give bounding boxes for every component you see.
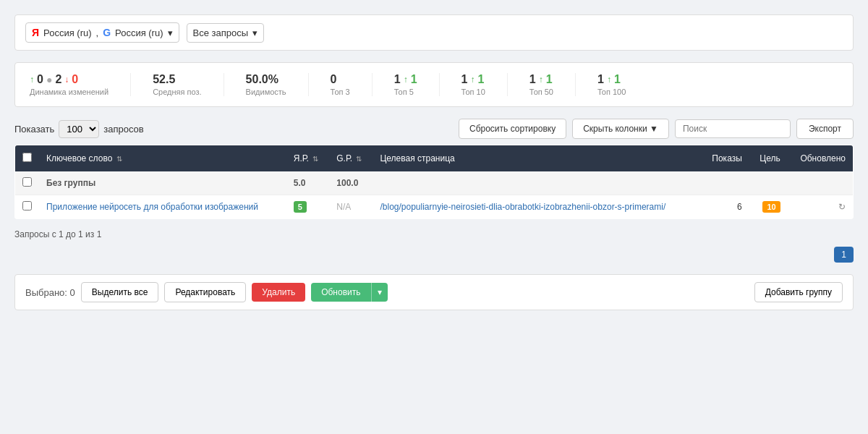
top50-count: 1 bbox=[546, 73, 553, 86]
top10-label: Топ 10 bbox=[461, 88, 485, 96]
avg-pos-value: 52.5 bbox=[153, 73, 175, 86]
divider2 bbox=[224, 73, 224, 96]
target-page-link[interactable]: /blog/populiarnyie-neirosieti-dlia-obrab… bbox=[380, 202, 665, 212]
dot-icon: ● bbox=[46, 74, 52, 85]
group-shows bbox=[701, 171, 749, 195]
header-gr[interactable]: G.Р. ⇅ bbox=[329, 145, 373, 172]
toolbar-right: Сбросить сортировку Скрыть колонки ▼ Экс… bbox=[459, 119, 854, 139]
action-bar-left: Выбрано: 0 Выделить все Редактировать Уд… bbox=[25, 282, 388, 302]
top50-arrow-icon: ↑ bbox=[539, 75, 543, 85]
top100-val: 1 bbox=[597, 73, 604, 86]
stat-top5: 1 ↑ 1 Топ 5 bbox=[394, 73, 417, 96]
header-checkbox-cell[interactable] bbox=[15, 145, 40, 172]
region-google-label: Россия (ru) bbox=[115, 27, 163, 38]
table-row: Без группы 5.0 100.0 bbox=[15, 171, 854, 195]
update-btn-group: Обновить ▾ bbox=[311, 283, 387, 302]
divider6 bbox=[507, 73, 508, 96]
delete-button[interactable]: Удалить bbox=[252, 283, 305, 302]
select-all-checkbox[interactable] bbox=[22, 153, 32, 162]
google-icon: G bbox=[103, 27, 111, 38]
chevron-down-icon2: ▾ bbox=[252, 27, 258, 38]
divider1 bbox=[130, 73, 131, 96]
row-shows: 6 bbox=[701, 195, 749, 219]
row-yr: 5 bbox=[286, 195, 329, 219]
keywords-table: Ключевое слово ⇅ Я.Р. ⇅ G.Р. ⇅ Целевая с… bbox=[14, 145, 854, 219]
stat-top3: 0 Топ 3 bbox=[331, 73, 350, 96]
update-caret-button[interactable]: ▾ bbox=[371, 283, 388, 302]
sort-yr-icon: ⇅ bbox=[312, 155, 318, 163]
top3-label: Топ 3 bbox=[331, 88, 350, 96]
up-arrow-icon: ↑ bbox=[30, 75, 34, 85]
select-all-button[interactable]: Выделить все bbox=[81, 282, 159, 302]
top10-arrow-icon: ↑ bbox=[470, 75, 475, 85]
stat-top100: 1 ↑ 1 Топ 100 bbox=[597, 73, 626, 96]
divider3 bbox=[308, 73, 309, 96]
row-updated[interactable]: ↻ bbox=[788, 195, 854, 219]
goal-badge: 10 bbox=[762, 201, 780, 213]
top5-label: Топ 5 bbox=[394, 88, 414, 96]
top50-val: 1 bbox=[529, 73, 536, 86]
avg-pos-label: Средняя поз. bbox=[153, 88, 201, 96]
header-target-page: Целевая страница bbox=[373, 145, 700, 172]
action-bar: Выбрано: 0 Выделить все Редактировать Уд… bbox=[14, 274, 854, 310]
group-target bbox=[373, 171, 700, 195]
visibility-label: Видимость bbox=[246, 88, 286, 96]
top5-count: 1 bbox=[411, 73, 417, 86]
stat-top10: 1 ↑ 1 Топ 10 bbox=[461, 73, 485, 96]
top100-arrow-icon: ↑ bbox=[607, 75, 611, 85]
page-1-button[interactable]: 1 bbox=[834, 247, 854, 263]
group-updated bbox=[788, 171, 854, 195]
count-select[interactable]: 100 50 25 bbox=[59, 120, 99, 138]
sort-keyword-icon: ⇅ bbox=[116, 155, 122, 163]
top3-value: 0 bbox=[331, 73, 337, 86]
edit-button[interactable]: Редактировать bbox=[164, 282, 246, 302]
group-gr: 100.0 bbox=[329, 171, 373, 195]
toolbar-row: Показать 100 50 25 запросов Сбросить сор… bbox=[14, 119, 854, 139]
keyword-link[interactable]: Приложение нейросеть для обработки изобр… bbox=[46, 202, 258, 212]
top10-count: 1 bbox=[477, 73, 484, 86]
show-count-control: Показать 100 50 25 запросов bbox=[14, 120, 144, 138]
add-group-button[interactable]: Добавить группу bbox=[754, 282, 843, 302]
dynamics-down-value: 0 bbox=[72, 73, 78, 86]
hide-cols-button[interactable]: Скрыть колонки ▼ bbox=[572, 119, 669, 139]
divider5 bbox=[439, 73, 440, 96]
reset-sort-button[interactable]: Сбросить сортировку bbox=[459, 119, 566, 139]
show-label: Показать bbox=[14, 124, 54, 135]
update-button[interactable]: Обновить bbox=[311, 283, 370, 302]
yandex-icon: Я bbox=[32, 27, 39, 38]
header-yr[interactable]: Я.Р. ⇅ bbox=[286, 145, 329, 172]
top5-arrow-icon: ↑ bbox=[404, 75, 408, 85]
triangle-down-icon: ▼ bbox=[650, 124, 658, 134]
refresh-icon[interactable]: ↻ bbox=[838, 202, 846, 212]
yr-badge: 5 bbox=[294, 201, 307, 213]
top5-val: 1 bbox=[394, 73, 401, 86]
stat-top50: 1 ↑ 1 Топ 50 bbox=[529, 73, 553, 96]
search-input[interactable] bbox=[675, 119, 791, 138]
top50-label: Топ 50 bbox=[529, 88, 553, 96]
action-bar-right: Добавить группу bbox=[754, 282, 843, 302]
divider4 bbox=[372, 73, 373, 96]
query-filter[interactable]: Все запросы ▾ bbox=[187, 23, 265, 43]
region-yandex-label: Россия (ru) bbox=[43, 27, 91, 38]
group-checkbox[interactable] bbox=[22, 177, 32, 187]
group-name: Без группы bbox=[39, 171, 286, 195]
row-checkbox-cell[interactable] bbox=[15, 195, 40, 219]
comma-sep: , bbox=[96, 27, 99, 38]
export-button[interactable]: Экспорт bbox=[796, 119, 854, 139]
sort-gr-icon: ⇅ bbox=[356, 155, 362, 163]
query-filter-label: Все запросы bbox=[193, 27, 249, 38]
row-checkbox[interactable] bbox=[22, 201, 32, 210]
top10-val: 1 bbox=[461, 73, 468, 86]
dynamics-up-value: 0 bbox=[37, 73, 43, 86]
stats-bar: ↑ 0 ● 2 ↓ 0 Динамика изменений 52.5 Сред… bbox=[14, 62, 854, 107]
down-arrow-icon: ↓ bbox=[64, 75, 69, 85]
dynamics-label: Динамика изменений bbox=[30, 88, 109, 96]
visibility-value: 50.0% bbox=[246, 73, 278, 86]
chevron-down-icon: ▾ bbox=[168, 27, 173, 38]
header-keyword[interactable]: Ключевое слово ⇅ bbox=[39, 145, 286, 172]
region-filter[interactable]: Я Россия (ru) , G Россия (ru) ▾ bbox=[25, 22, 179, 43]
row-gr: N/A bbox=[329, 195, 373, 219]
group-checkbox-cell[interactable] bbox=[15, 171, 40, 195]
table-row: Приложение нейросеть для обработки изобр… bbox=[15, 195, 854, 219]
row-target-page: /blog/populiarnyie-neirosieti-dlia-obrab… bbox=[373, 195, 700, 219]
